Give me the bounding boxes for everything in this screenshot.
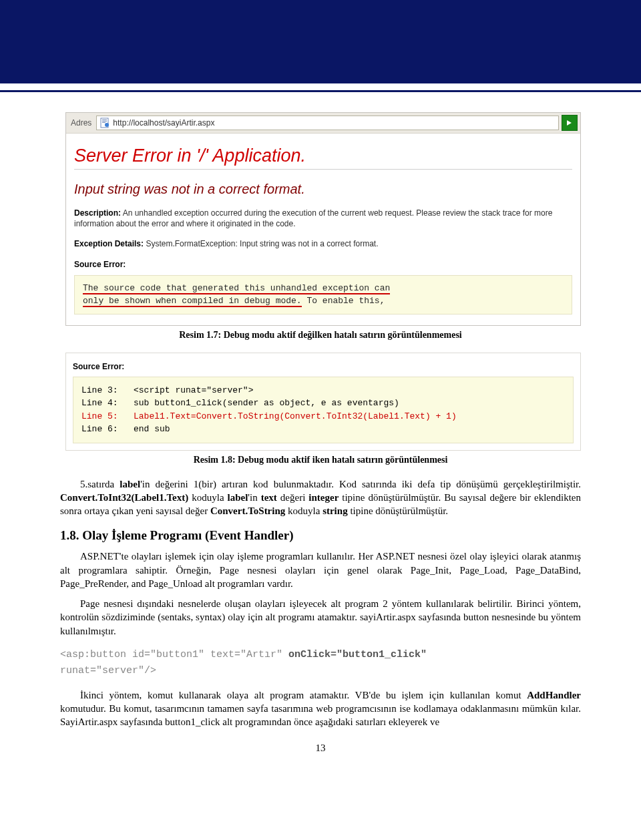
description-line: Description: An unhandled exception occu…	[74, 208, 572, 229]
url-field[interactable]: http://localhost/sayiArtir.aspx	[96, 116, 559, 130]
figure-caption-1: Resim 1.7: Debug modu aktif değilken hat…	[60, 330, 581, 341]
screenshot-source-lines: Source Error: Line 3: <script runat="ser…	[65, 353, 581, 450]
svg-rect-1	[102, 120, 107, 120]
svg-rect-2	[102, 121, 107, 122]
source-error-label-2: Source Error:	[66, 356, 580, 372]
url-text: http://localhost/sayiArtir.aspx	[113, 118, 214, 128]
source-lines-box: Line 3: <script runat="server"> Line 4: …	[73, 377, 574, 443]
source-error-label: Source Error:	[74, 259, 572, 270]
paragraph-1: 5.satırda label'in değerini 1(bir) artır…	[60, 477, 581, 518]
screenshot-error-page: Adres http://localhost/sayiArtir.aspx Se…	[65, 112, 581, 326]
inline-code-snippet: <asp:button id="button1" text="Artır" on…	[60, 647, 581, 679]
header-band	[0, 0, 641, 83]
go-button[interactable]	[562, 115, 578, 131]
svg-point-4	[105, 123, 109, 127]
figure-caption-2: Resim 1.8: Debug modu aktif iken hatalı …	[60, 455, 581, 465]
error-subtitle: Input string was not in a correct format…	[74, 182, 572, 197]
exception-line: Exception Details: System.FormatExceptio…	[74, 238, 572, 249]
section-heading: 1.8. Olay İşleme Programı (Event Handler…	[60, 528, 581, 543]
page-number: 13	[60, 743, 581, 754]
paragraph-3: Page nesnesi dışındaki nesnelerde oluşan…	[60, 597, 581, 638]
page-icon	[99, 118, 110, 128]
address-label: Adres	[69, 118, 93, 128]
svg-rect-3	[102, 122, 105, 123]
paragraph-2: ASP.NET'te olayları işlemek için olay iş…	[60, 550, 581, 590]
address-bar: Adres http://localhost/sayiArtir.aspx	[66, 113, 580, 134]
paragraph-4: İkinci yöntem, komut kullanarak olaya al…	[60, 688, 581, 729]
page-body: Adres http://localhost/sayiArtir.aspx Se…	[60, 92, 581, 774]
source-code-box: The source code that generated this unha…	[74, 275, 572, 315]
error-title: Server Error in '/' Application.	[74, 146, 572, 166]
